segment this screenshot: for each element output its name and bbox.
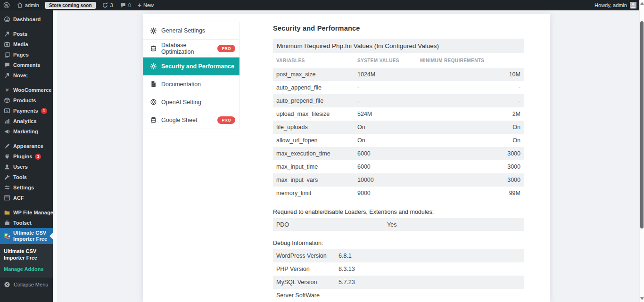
howdy-label[interactable]: Howdy, admin bbox=[594, 2, 627, 8]
tab-label: Documentation bbox=[161, 81, 201, 88]
table-row: MySQL Version5.7.23 bbox=[273, 276, 524, 289]
submenu-item-manage-addons[interactable]: Manage Addons bbox=[4, 266, 49, 272]
debug-key: PHP Version bbox=[276, 266, 339, 272]
sidebar-item-appearance[interactable]: Appearance bbox=[0, 141, 53, 151]
wordpress-logo-icon: W bbox=[3, 2, 10, 8]
variable-name: post_max_size bbox=[276, 71, 357, 78]
system-value: 1024M bbox=[357, 71, 420, 78]
sidebar-item-label: Comments bbox=[13, 62, 41, 68]
sidebar-item-toolset[interactable]: Toolset bbox=[0, 218, 53, 228]
sliders-icon bbox=[4, 184, 10, 191]
minimum-requirement: On bbox=[420, 124, 520, 131]
pushpin-icon bbox=[4, 31, 10, 37]
menu-separator bbox=[0, 24, 53, 29]
sidebar-item-comments[interactable]: Comments bbox=[0, 60, 53, 70]
count-badge: 3 bbox=[35, 154, 41, 160]
system-value: On bbox=[357, 124, 420, 131]
coming-soon-badge[interactable]: Store coming soon bbox=[45, 2, 96, 9]
pushpin-icon bbox=[4, 72, 10, 79]
sidebar-item-label: Nove; bbox=[13, 73, 28, 78]
minimum-requirement: 3000 bbox=[420, 177, 520, 183]
dashboard-icon bbox=[4, 16, 10, 23]
wp-logo-menu[interactable]: W bbox=[0, 0, 13, 10]
gear-icon bbox=[150, 27, 157, 34]
tab-label: OpenAI Setting bbox=[161, 99, 201, 106]
minimum-requirement: 3000 bbox=[420, 163, 520, 170]
table-row: upload_max_filesize524M2M bbox=[273, 107, 524, 121]
tab-label: General Settings bbox=[161, 27, 205, 34]
tab-openai-setting[interactable]: OpenAI Setting bbox=[143, 93, 239, 111]
sidebar-item-label: Posts bbox=[13, 31, 27, 37]
collapse-menu-label: Collapse Menu bbox=[14, 282, 48, 287]
variable-name: upload_max_filesize bbox=[276, 111, 357, 117]
debug-value: 6.8.1 bbox=[339, 253, 524, 259]
avatar-person-icon[interactable] bbox=[630, 2, 636, 8]
database-icon bbox=[150, 45, 157, 52]
sidebar-item-dashboard[interactable]: Dashboard bbox=[0, 14, 53, 24]
menu-separator bbox=[0, 81, 53, 85]
submenu-item-ultimate-csv-importer-free[interactable]: Ultimate CSV Importer Free bbox=[4, 248, 49, 261]
variable-name: max_input_time bbox=[276, 163, 357, 170]
pages-icon bbox=[4, 51, 10, 58]
sidebar-item-wp-file-manager[interactable]: WP File Manager bbox=[0, 207, 53, 218]
updates-link[interactable]: 3 bbox=[99, 0, 116, 10]
debug-value: 5.7.23 bbox=[339, 279, 524, 286]
scroll-down-arrow-icon[interactable] bbox=[640, 297, 644, 300]
sidebar-item-acf[interactable]: ACF bbox=[0, 193, 53, 203]
vertical-scrollbar[interactable] bbox=[639, 0, 644, 302]
sidebar-item-ultimate-csv-importer-free[interactable]: Ultimate CSV Importer Free bbox=[0, 228, 53, 244]
wrench-icon bbox=[4, 174, 10, 180]
count-badge: 1 bbox=[41, 108, 47, 114]
scrollbar-thumb[interactable] bbox=[640, 21, 644, 229]
tab-google-sheet[interactable]: Google SheetPRO bbox=[143, 111, 239, 129]
sidebar-item-label: Users bbox=[13, 164, 28, 170]
sidebar-item-label: Ultimate CSV Importer Free bbox=[13, 230, 51, 242]
site-name-label: admin bbox=[25, 2, 39, 8]
sidebar-item-marketing[interactable]: Marketing bbox=[0, 126, 53, 137]
sidebar-item-plugins[interactable]: Plugins3 bbox=[0, 151, 53, 162]
sidebar-item-tools[interactable]: Tools bbox=[0, 172, 53, 182]
ini-table-body: post_max_size1024M10Mauto_append_file--a… bbox=[273, 68, 524, 200]
tab-security-and-performance[interactable]: Security and Performance bbox=[143, 57, 239, 75]
minimum-requirement: 10M bbox=[420, 71, 520, 78]
sidebar-item-label: Pages bbox=[13, 52, 29, 57]
system-value: 10000 bbox=[357, 177, 420, 183]
table-row: auto_prepend_file-- bbox=[273, 94, 524, 107]
tab-general-settings[interactable]: General Settings bbox=[143, 22, 239, 40]
minimum-requirement: - bbox=[420, 98, 520, 104]
plugin-icon bbox=[4, 153, 10, 160]
document-icon bbox=[150, 81, 157, 88]
sidebar-item-settings[interactable]: Settings bbox=[0, 182, 53, 193]
scroll-up-arrow-icon[interactable] bbox=[640, 2, 644, 5]
user-icon bbox=[4, 163, 10, 170]
extension-name: PDO bbox=[276, 221, 387, 228]
sidebar-item-payments[interactable]: $Payments1 bbox=[0, 106, 53, 116]
sidebar-item-pages[interactable]: Pages bbox=[0, 49, 53, 60]
sidebar-item-products[interactable]: Products bbox=[0, 95, 53, 106]
table-row: max_execution_time60003000 bbox=[273, 147, 524, 160]
new-label: New bbox=[143, 2, 154, 8]
sidebar-item-nove[interactable]: Nove; bbox=[0, 70, 53, 81]
sidebar-item-posts[interactable]: Posts bbox=[0, 29, 53, 39]
variable-name: auto_prepend_file bbox=[276, 98, 357, 104]
tab-documentation[interactable]: Documentation bbox=[143, 75, 239, 93]
tab-database-optimization[interactable]: Database OptimizationPRO bbox=[143, 40, 239, 57]
site-name-link[interactable]: admin bbox=[13, 0, 42, 10]
debug-key: WordPress Version bbox=[276, 253, 339, 259]
system-value: 524M bbox=[357, 111, 420, 117]
sidebar-item-users[interactable]: Users bbox=[0, 162, 53, 172]
sidebar-item-label: Appearance bbox=[13, 143, 43, 149]
updates-count: 3 bbox=[110, 2, 113, 8]
loaders-section-label: Required to enable/disable Loaders, Exte… bbox=[273, 209, 524, 216]
sidebar-item-label: Settings bbox=[13, 185, 34, 190]
column-header-variables: VARIABLES bbox=[276, 58, 357, 63]
collapse-menu-button[interactable]: Collapse Menu bbox=[4, 281, 48, 288]
comments-link[interactable]: 0 bbox=[116, 0, 134, 10]
sidebar-item-analytics[interactable]: Analytics bbox=[0, 116, 53, 126]
variable-name: max_input_vars bbox=[276, 177, 357, 183]
admin-bar: W admin Store coming soon 3 0 + New Howd… bbox=[0, 0, 644, 10]
sidebar-item-media[interactable]: Media bbox=[0, 39, 53, 49]
ini-table-header-row: VARIABLES SYSTEM VALUES MINIMUM REQUIREM… bbox=[273, 53, 524, 68]
new-content-link[interactable]: + New bbox=[134, 0, 157, 10]
sidebar-item-woocommerce[interactable]: WWooCommerce bbox=[0, 85, 53, 95]
